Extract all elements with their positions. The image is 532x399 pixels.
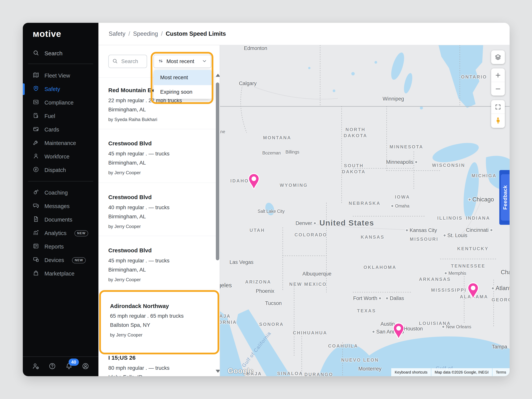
sidebar-item-label: Analytics (44, 230, 66, 236)
map-label: Edmonton (244, 45, 267, 51)
map-label: GEORG (492, 297, 510, 303)
scrollbar-down-arrow[interactable] (216, 370, 220, 373)
sidebar-item-dispatch[interactable]: Dispatch (23, 163, 98, 177)
analytics-icon (33, 229, 39, 237)
map-pin-marker[interactable] (247, 173, 260, 190)
map-label: KANSAS (361, 234, 384, 240)
sidebar-item-fleet-view[interactable]: Fleet View (23, 69, 98, 82)
compliance-icon (33, 99, 39, 107)
map-label: Dallas (386, 295, 404, 301)
highlighted-list-item[interactable]: Adirondack Northway 65 mph regular . 65 … (99, 290, 219, 354)
sidebar-item-compliance[interactable]: Compliance (23, 96, 98, 109)
pegman-icon[interactable] (491, 114, 505, 127)
breadcrumb-safety[interactable]: Safety (109, 30, 125, 37)
scrollbar-up-arrow[interactable] (216, 74, 220, 77)
account-icon[interactable] (82, 362, 89, 371)
map-label: St. Louis (443, 233, 467, 238)
map-label: MONTANA (263, 135, 291, 140)
sidebar-item-cards[interactable]: Cards (23, 123, 98, 136)
map-label: ane (220, 129, 225, 134)
terms-link[interactable]: Terms (493, 368, 510, 376)
map[interactable]: EdmontonCalgaryWinnipegONTARIOaneMONTANA… (220, 45, 510, 376)
item-location: Ballston Spa, NY (110, 322, 150, 328)
zoom-in-button[interactable] (491, 68, 505, 82)
layers-icon[interactable] (491, 50, 505, 64)
sidebar-item-maintenance[interactable]: Maintenance (23, 136, 98, 150)
map-icon (33, 72, 39, 80)
map-label: geles (220, 282, 232, 289)
item-author: by Jerry Cooper (108, 170, 141, 175)
search-input[interactable] (121, 58, 144, 65)
help-icon[interactable] (48, 362, 56, 371)
map-pin-marker[interactable] (467, 282, 479, 300)
bell-icon[interactable]: 40 (65, 362, 73, 371)
sidebar-item-devices[interactable]: Devices NEW (23, 253, 98, 267)
breadcrumb-separator: / (161, 30, 163, 37)
search-icon (33, 50, 39, 57)
sort-selected-value: Most recent (166, 58, 199, 64)
list-divider (98, 236, 220, 236)
sidebar-divider (28, 181, 93, 181)
map-label: United States (319, 218, 374, 228)
map-label: ARKANSAS (419, 277, 451, 282)
layers-control[interactable] (491, 50, 505, 64)
zoom-out-button[interactable] (491, 82, 505, 95)
sidebar-item-workforce[interactable]: Workforce (23, 150, 98, 163)
sidebar-search[interactable]: Search (23, 47, 98, 59)
chevron-down-icon (202, 58, 207, 64)
map-label: DURANGO (304, 372, 333, 376)
map-label: TEXAS (357, 308, 376, 314)
map-label: SOUTH DAKOTA (342, 163, 366, 175)
sidebar-item-reports[interactable]: Reports (23, 240, 98, 253)
keyboard-shortcuts-link[interactable]: Keyboard shortcuts (391, 368, 431, 376)
sidebar-item-documents[interactable]: Documents (23, 213, 98, 227)
map-label: Fort Worth (353, 295, 381, 301)
item-author: by Jerry Cooper (110, 332, 142, 338)
sidebar-item-label: Fuel (44, 113, 55, 119)
map-label: BAJA LIFORNIA (220, 313, 237, 325)
sidebar-item-analytics[interactable]: Analytics NEW (23, 227, 98, 240)
item-detail: 40 mph regular . — trucks (108, 204, 170, 210)
sidebar-divider (28, 64, 93, 64)
sidebar-item-label: Devices (44, 257, 64, 263)
chat-icon (33, 202, 39, 210)
sidebar-nav-primary: Fleet View Safety Compliance Fuel Cards (23, 69, 98, 177)
wrench-icon (33, 139, 39, 147)
sidebar-item-label: Cards (44, 127, 59, 133)
sidebar-item-marketplace[interactable]: Marketplace (23, 267, 98, 280)
sidebar-item-fuel[interactable]: Fuel (23, 109, 98, 123)
map-label: Calgary (239, 81, 256, 86)
whistle-icon (33, 189, 39, 197)
sidebar-item-messages[interactable]: Messages (23, 200, 98, 213)
list-divider (98, 129, 220, 129)
sort-dropdown-button[interactable]: Most recent (153, 55, 211, 68)
breadcrumb-speeding[interactable]: Speeding (133, 30, 158, 37)
map-label: UTAH (250, 228, 265, 233)
sort-option-expiring-soon[interactable]: Expiring soon (154, 85, 212, 99)
map-label: Atlant (492, 285, 510, 292)
google-logo[interactable]: Google (228, 367, 254, 375)
speed-limits-panel: Most recent Most recent Expiring soon Re… (98, 45, 220, 376)
breadcrumb-separator: / (128, 30, 130, 37)
map-label: Kansas City (406, 228, 437, 233)
map-pin-marker[interactable] (392, 323, 405, 340)
list-search-field[interactable] (108, 55, 147, 68)
scrollbar-thumb[interactable] (216, 82, 219, 260)
admin-settings-icon[interactable] (32, 362, 39, 371)
sort-arrows-icon (158, 58, 164, 65)
map-label: NORTH DAKOTA (344, 127, 367, 139)
map-label: Salt Lake City (258, 209, 285, 214)
sort-option-most-recent[interactable]: Most recent (154, 70, 212, 85)
item-title: Red Mountain Exp (108, 87, 158, 94)
active-indicator (23, 83, 25, 95)
sidebar-item-coaching[interactable]: Coaching (23, 186, 98, 200)
map-label: TENNESSEE (451, 263, 485, 269)
map-label: Minneapolis (386, 159, 417, 165)
sidebar-bottom-bar: 40 (23, 356, 98, 376)
map-label: SINALOA (277, 371, 303, 376)
sidebar-item-label: Maintenance (44, 140, 76, 146)
feedback-tab[interactable]: Feedback (499, 170, 510, 225)
item-detail: 45 mph regular . — trucks (108, 151, 170, 157)
sidebar-item-safety[interactable]: Safety (23, 82, 98, 96)
fullscreen-icon[interactable] (491, 100, 505, 114)
